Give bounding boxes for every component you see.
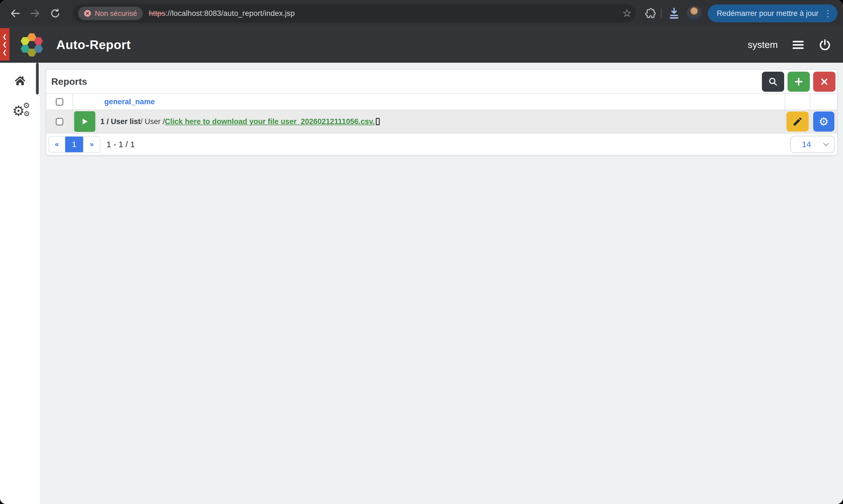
row-checkbox[interactable]: [56, 118, 63, 125]
content-area: Reports: [40, 63, 843, 504]
app-header: ❮ ❮ ❮ Auto-Report system: [0, 27, 843, 63]
sidebar-scrollbar[interactable]: [36, 63, 39, 94]
not-secure-icon: [84, 10, 91, 17]
plus-icon: [794, 77, 804, 87]
sidebar: ⚙ ⚙ ⚙: [0, 63, 40, 504]
report-type: / User /: [141, 118, 165, 126]
edit-report-button[interactable]: [786, 111, 809, 131]
download-icon: [668, 6, 680, 20]
gear-icon: ⚙: [23, 102, 30, 110]
gear-icon: ⚙: [819, 116, 829, 127]
row-checkbox-cell: [46, 110, 73, 133]
power-icon: [819, 38, 831, 51]
column-sort-link[interactable]: general_name: [104, 97, 155, 106]
app-logo-hexagons: [19, 32, 44, 58]
logout-button[interactable]: [819, 38, 831, 51]
profile-avatar[interactable]: [687, 6, 702, 21]
search-icon: [768, 77, 778, 87]
pagination-prev[interactable]: «: [49, 137, 65, 152]
back-button[interactable]: [9, 7, 21, 19]
page-title: Reports: [51, 76, 87, 87]
back-arrow-icon: [9, 7, 21, 19]
restart-to-update-label: Redémarrer pour mettre à jour: [717, 9, 819, 18]
browser-toolbar-right: Redémarrer pour mettre à jour ⋮: [644, 0, 838, 27]
download-file-link[interactable]: Click here to download your file user_20…: [165, 118, 375, 126]
browser-toolbar: Non sécurisé https://localhost:8083/auto…: [0, 0, 843, 27]
select-all-checkbox[interactable]: [56, 98, 63, 106]
extensions-button[interactable]: [644, 7, 656, 19]
chevron-down-icon: [822, 141, 830, 148]
extensions-puzzle-icon: [644, 7, 656, 19]
edit-column-header: [785, 94, 810, 110]
bookmark-star-icon[interactable]: ☆: [622, 6, 632, 20]
run-cell: [73, 110, 97, 133]
browser-menu-kebab-icon[interactable]: ⋮: [824, 8, 832, 19]
close-x-icon: [820, 77, 829, 86]
sidebar-item-settings[interactable]: ⚙ ⚙ ⚙: [12, 103, 29, 120]
address-bar[interactable]: Non sécurisé https://localhost:8083/auto…: [72, 4, 635, 22]
name-column-header: general_name: [73, 94, 785, 110]
chevron-left-icon: ❮: [2, 33, 7, 40]
report-description: 1 / User list / User / Click here to dow…: [97, 110, 785, 133]
sidebar-item-home[interactable]: [14, 74, 26, 89]
reports-card: Reports: [46, 69, 838, 156]
home-icon: [14, 74, 26, 87]
forward-button[interactable]: [29, 7, 41, 19]
select-all-cell: [46, 94, 73, 110]
chevron-left-icon: ❮: [2, 41, 7, 48]
gear-icon: ⚙: [23, 110, 30, 118]
url-scheme: https: [149, 9, 166, 18]
security-chip-label: Non sécurisé: [95, 9, 137, 18]
search-button[interactable]: [762, 72, 784, 92]
username-menu[interactable]: system: [748, 39, 778, 50]
main-area: ⚙ ⚙ ⚙ Reports: [0, 63, 843, 504]
downloads-button[interactable]: [668, 6, 680, 20]
hamburger-icon: [791, 38, 805, 52]
browser-nav-buttons: [9, 7, 61, 19]
reload-icon: [49, 7, 61, 19]
edit-cell: [785, 110, 810, 133]
table-footer: « 1 » 1 - 1 / 1 14: [46, 133, 837, 155]
security-chip[interactable]: Non sécurisé: [78, 7, 143, 20]
report-id-name: 1 / User list: [100, 118, 141, 126]
browser-window: Non sécurisé https://localhost:8083/auto…: [0, 0, 843, 504]
missing-glyph-box: [376, 118, 380, 125]
pagination-current-page[interactable]: 1: [65, 137, 84, 152]
page-size-value: 14: [791, 140, 822, 149]
run-report-button[interactable]: [74, 111, 95, 132]
app-title: Auto-Report: [56, 38, 131, 52]
pagination: « 1 »: [49, 136, 100, 153]
page-size-select[interactable]: 14: [790, 136, 835, 153]
settings-cell: ⚙: [810, 110, 837, 133]
url-rest: ://localhost:8083/auto_report/index.jsp: [165, 9, 295, 18]
collapse-strip[interactable]: ❮ ❮ ❮: [0, 28, 10, 60]
play-icon: [80, 118, 89, 126]
delete-button[interactable]: [813, 72, 836, 92]
table-row: 1 / User list / User / Click here to dow…: [46, 110, 837, 133]
url-text[interactable]: https://localhost:8083/auto_report/index…: [149, 9, 295, 18]
pencil-icon: [792, 116, 803, 127]
restart-to-update-button[interactable]: Redémarrer pour mettre à jour ⋮: [708, 4, 838, 22]
settings-column-header: [810, 94, 837, 110]
app-header-right: system: [748, 38, 831, 52]
forward-arrow-icon: [29, 7, 41, 19]
reports-card-header: Reports: [46, 70, 837, 93]
table-header-row: general_name: [46, 93, 837, 110]
card-toolbar: [762, 72, 836, 92]
toolbar-divider: [661, 8, 662, 18]
add-report-button[interactable]: [788, 72, 810, 92]
chevron-left-icon: ❮: [2, 49, 7, 56]
report-settings-button[interactable]: ⚙: [813, 111, 835, 131]
menu-button[interactable]: [791, 38, 805, 52]
pagination-next[interactable]: »: [84, 137, 100, 152]
pagination-summary: 1 - 1 / 1: [107, 140, 135, 149]
reload-button[interactable]: [49, 7, 61, 19]
